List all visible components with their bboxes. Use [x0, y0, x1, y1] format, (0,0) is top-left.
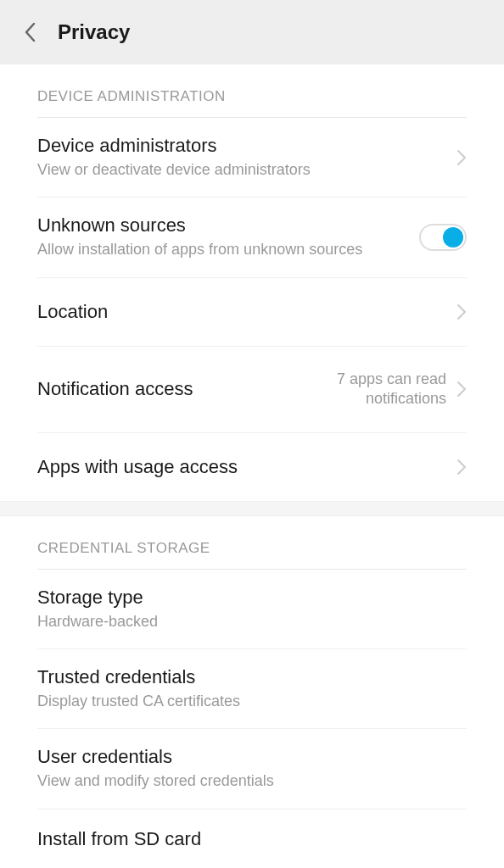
section-header-credential-storage: CREDENTIAL STORAGE — [0, 516, 504, 569]
item-subtitle: Allow installation of apps from unknown … — [37, 240, 419, 259]
item-content: Trusted credentials Display trusted CA c… — [37, 666, 467, 711]
item-title: Install from SD card — [37, 828, 467, 850]
chevron-left-icon — [24, 22, 36, 42]
item-content: Install from SD card — [37, 828, 467, 850]
item-subtitle: Hardware-backed — [37, 612, 467, 632]
item-content: Notification access — [37, 378, 294, 400]
item-title: Location — [37, 301, 456, 323]
item-subtitle: View and modify stored credentials — [37, 771, 467, 791]
item-title: Notification access — [37, 378, 294, 400]
item-title: Trusted credentials — [37, 666, 467, 688]
item-content: Device administrators View or deactivate… — [37, 135, 456, 180]
item-unknown-sources[interactable]: Unknown sources Allow installation of ap… — [0, 198, 504, 276]
item-title: User credentials — [37, 746, 467, 768]
item-title: Device administrators — [37, 135, 456, 157]
item-content: Location — [37, 301, 456, 323]
item-subtitle: View or deactivate device administrators — [37, 160, 456, 180]
item-notification-access[interactable]: Notification access 7 apps can read noti… — [0, 347, 504, 432]
item-value: 7 apps can read notifications — [294, 370, 446, 409]
toggle-unknown-sources[interactable] — [419, 224, 467, 251]
item-title: Storage type — [37, 587, 467, 609]
item-content: Unknown sources Allow installation of ap… — [37, 214, 419, 259]
item-content: Storage type Hardware-backed — [37, 587, 467, 632]
item-trusted-credentials[interactable]: Trusted credentials Display trusted CA c… — [0, 649, 504, 728]
page-title: Privacy — [58, 20, 130, 44]
chevron-right-icon — [456, 303, 467, 320]
item-title: Unknown sources — [37, 214, 419, 236]
item-content: Apps with usage access — [37, 456, 456, 478]
chevron-right-icon — [456, 459, 467, 476]
item-install-sd-card[interactable]: Install from SD card — [0, 810, 504, 868]
back-button[interactable] — [17, 19, 42, 45]
item-subtitle: Display trusted CA certificates — [37, 692, 467, 711]
item-location[interactable]: Location — [0, 278, 504, 346]
chevron-right-icon — [456, 149, 467, 166]
section-gap — [0, 501, 504, 516]
item-device-administrators[interactable]: Device administrators View or deactivate… — [0, 118, 504, 197]
item-right: 7 apps can read notifications — [294, 370, 467, 409]
header-bar: Privacy — [0, 0, 504, 64]
item-title: Apps with usage access — [37, 456, 456, 478]
item-usage-access[interactable]: Apps with usage access — [0, 433, 504, 501]
toggle-knob — [443, 227, 463, 248]
section-header-device-admin: DEVICE ADMINISTRATION — [0, 64, 504, 117]
item-user-credentials[interactable]: User credentials View and modify stored … — [0, 729, 504, 808]
item-content: User credentials View and modify stored … — [37, 746, 467, 791]
item-storage-type[interactable]: Storage type Hardware-backed — [0, 570, 504, 648]
chevron-right-icon — [456, 381, 467, 398]
